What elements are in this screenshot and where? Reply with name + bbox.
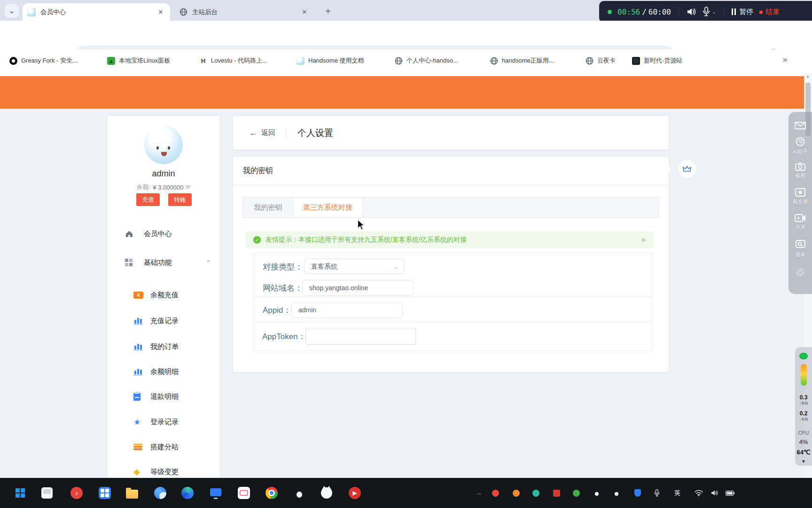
back-arrow-icon[interactable]: ← — [249, 128, 258, 138]
bookmark-item[interactable]: 云夜卡 — [586, 56, 616, 66]
tab-search-button[interactable]: ⌄ — [5, 4, 19, 18]
speaker-icon[interactable] — [687, 7, 697, 16]
field-label: 网站域名： — [263, 280, 303, 296]
tray-icon-teal[interactable] — [532, 489, 539, 497]
taskbar-app-douyin[interactable]: ▶ — [348, 486, 361, 500]
alert-close-icon[interactable]: ✕ — [641, 237, 646, 244]
bookmark-item[interactable]: Greasy Fork - 安全... — [9, 56, 78, 66]
balance-label: 余额: — [137, 183, 151, 191]
taskbar-app-chrome[interactable] — [265, 486, 278, 500]
tray-icon-qq[interactable] — [593, 489, 600, 497]
settings-gear-icon[interactable] — [789, 267, 812, 278]
tray-icon-red[interactable] — [492, 489, 499, 497]
appid-input[interactable]: admin — [291, 302, 403, 318]
sidebar-item-login-records[interactable]: ★ 登录记录 — [107, 416, 220, 428]
globe-icon — [395, 57, 403, 65]
taskbar-app-music[interactable]: ♪ — [70, 486, 83, 500]
divider — [286, 128, 286, 138]
taskbar-app-file-explorer[interactable] — [125, 486, 139, 500]
tray-icon-qq2[interactable] — [613, 489, 620, 497]
recording-dot-icon — [608, 10, 612, 14]
assistant-logo-icon[interactable] — [789, 120, 812, 131]
tray-icon-red-square[interactable] — [553, 489, 560, 497]
recharge-button[interactable]: 充值 — [136, 193, 160, 206]
form-section: 对接类型： 直客系统 ⌄ 网站域名： shop.yangtao.online — [254, 253, 652, 297]
red-square-icon — [553, 490, 560, 497]
tab-third-party-integration[interactable]: 第三方系统对接 — [293, 198, 363, 217]
user-avatar[interactable] — [144, 126, 183, 164]
username: admin — [107, 169, 220, 179]
bookmark-item[interactable]: ▲本地宝塔Linux面板 — [107, 56, 170, 66]
tab-member-center[interactable]: 会员中心 ✕ — [23, 3, 170, 21]
taskbar-app-desktop[interactable] — [40, 486, 54, 500]
refresh-icon[interactable]: ⟳ — [186, 184, 190, 190]
sidebar-item-balance-recharge[interactable]: ¥ 余额充值 — [107, 289, 220, 301]
bookmarks-bar: Greasy Fork - 安全... ▲本地宝塔Linux面板 HLovest… — [0, 49, 812, 71]
bookmark-item[interactable]: Handsome 使用文档 — [297, 56, 364, 66]
sidebar-item-recharge-records[interactable]: 充值记录 — [107, 315, 220, 327]
tab-my-keys[interactable]: 我的密钥 — [243, 198, 293, 217]
pause-button[interactable]: 暂停 — [732, 8, 753, 16]
tray-expand-icon[interactable]: ︿ — [476, 489, 483, 497]
input-language-indicator[interactable]: 英 — [674, 489, 680, 497]
hardware-monitor-widget[interactable]: 0.3 ↑ K/s 0.2 ↓ K/s CPU 4% 64℃ ▼ — [795, 347, 812, 466]
tab-close-icon[interactable]: ✕ — [300, 8, 309, 17]
back-link[interactable]: 返回 — [261, 128, 275, 137]
volume-icon[interactable] — [711, 489, 718, 497]
sidebar-item-my-orders[interactable]: 我的订单 — [107, 341, 220, 353]
toolbar-label: 截全屏 — [793, 198, 808, 205]
tray-icon-security[interactable] — [634, 489, 641, 497]
tray-icon-orange[interactable] — [513, 489, 520, 497]
start-button[interactable] — [14, 486, 27, 500]
header-crown-button[interactable] — [678, 160, 696, 178]
taskbar-app-blue-browser[interactable] — [154, 486, 167, 500]
taskbar-app-remote-desktop[interactable] — [209, 486, 222, 500]
new-tab-button[interactable]: + — [321, 5, 335, 18]
ai-assistant-button[interactable]: AI助手 — [789, 136, 812, 155]
screen-record-button[interactable]: 录屏 — [789, 214, 812, 230]
down-arrow-icon: ↓ — [799, 417, 802, 421]
sidebar-item-level-change[interactable]: ◆ 等级变更 — [107, 466, 220, 478]
integration-type-select[interactable]: 直客系统 ⌄ — [304, 259, 404, 274]
mic-control[interactable]: ⌄ — [703, 7, 716, 17]
apptoken-input[interactable] — [305, 328, 416, 345]
tray-icon-microphone[interactable] — [654, 489, 660, 497]
tab-close-icon[interactable]: ✕ — [156, 8, 165, 17]
scrollbar-up-icon[interactable]: ▲ — [806, 74, 810, 79]
tab-site-admin[interactable]: 主站后台 ✕ — [175, 3, 314, 21]
collapse-triangle-icon[interactable]: ▼ — [795, 459, 812, 464]
bookmark-item[interactable]: D新时代-货源站 — [632, 56, 682, 66]
sidebar-item-member-center[interactable]: 会员中心 — [107, 228, 220, 240]
taskbar-app-store[interactable] — [98, 486, 111, 500]
taskbar-app-cat[interactable] — [320, 486, 333, 500]
site-domain-input[interactable]: shop.yangtao.online — [302, 280, 414, 296]
taskbar-app-video[interactable] — [237, 486, 250, 500]
bookmarks-overflow-icon[interactable]: » — [783, 55, 787, 64]
star-icon: ★ — [133, 417, 141, 427]
taskbar-app-edge[interactable] — [181, 486, 194, 500]
fullscreen-capture-button[interactable]: 截全屏 — [789, 188, 812, 205]
sidebar-item-label: 等级变更 — [150, 468, 179, 476]
battery-icon[interactable] — [726, 489, 735, 497]
transfer-button[interactable]: 转账 — [168, 193, 192, 206]
bookmark-item[interactable]: handsome正版用... — [490, 56, 554, 66]
taskbar-app-qq[interactable] — [293, 486, 306, 500]
microphone-icon — [654, 489, 660, 497]
globe-icon — [490, 57, 498, 65]
settings-card: 我的密钥 我的密钥 第三方系统对接 ✓ 友情提示：本接口适用于所有支持九五系统/… — [233, 157, 669, 372]
cat-icon — [321, 487, 332, 499]
pause-label: 暂停 — [739, 8, 753, 16]
sidebar-group-basic-functions[interactable]: 基础功能 ⌃ — [107, 256, 220, 269]
sidebar-item-label: 余额充值 — [150, 291, 179, 300]
screenshot-button[interactable]: 截图 — [789, 162, 812, 179]
wifi-icon[interactable] — [695, 489, 703, 497]
stop-button[interactable]: ■ 结束 — [759, 8, 780, 16]
bookmark-item[interactable]: HLovestu - 代码路上... — [199, 56, 267, 66]
bookmark-item[interactable]: 个人中心-handso... — [395, 56, 458, 66]
tray-icon-green[interactable] — [573, 489, 580, 497]
sidebar-item-balance-details[interactable]: 余额明细 — [107, 365, 220, 378]
search-button[interactable]: 搜索 — [789, 240, 812, 258]
sidebar-item-refund-details[interactable]: 退款明细 — [107, 390, 220, 403]
sidebar-item-build-substation[interactable]: 搭建分站 — [107, 441, 220, 453]
balance-value: ¥ 3.000000 — [153, 184, 183, 191]
